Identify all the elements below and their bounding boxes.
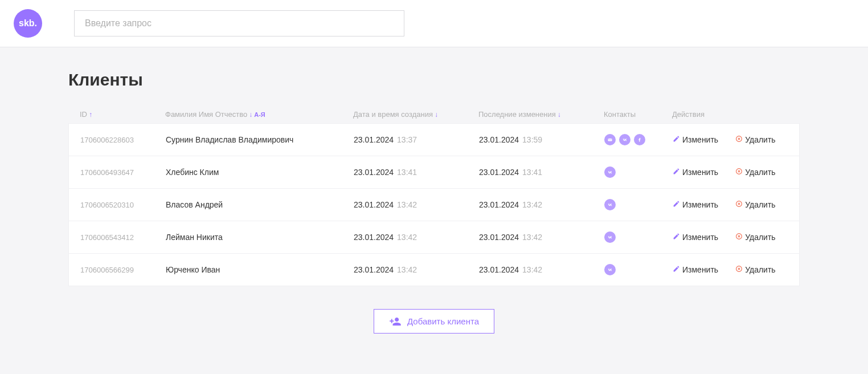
edit-button[interactable]: Изменить xyxy=(673,168,718,177)
table-body: 1706006228603 Сурнин Владислав Владимиро… xyxy=(68,123,800,286)
col-created[interactable]: Дата и время создания ↓ xyxy=(353,110,478,119)
cell-contacts xyxy=(604,134,673,145)
page-title: Клиенты xyxy=(68,70,800,90)
edit-label: Изменить xyxy=(682,200,718,209)
vk-icon[interactable] xyxy=(604,264,616,275)
cell-created: 23.01.202413:42 xyxy=(354,233,479,242)
delete-label: Удалить xyxy=(745,233,775,242)
table-row: 1706006493647 Хлебинс Клим 23.01.202413:… xyxy=(69,156,799,189)
add-client-label: Добавить клиента xyxy=(407,316,479,326)
cell-contacts xyxy=(604,166,673,178)
created-date: 23.01.2024 xyxy=(354,135,394,144)
cell-updated: 23.01.202413:42 xyxy=(479,233,604,242)
col-updated[interactable]: Последние изменения ↓ xyxy=(478,110,604,119)
table-header: ID ↑ Фамилия Имя Отчество ↓ А-Я Дата и в… xyxy=(68,105,800,123)
delete-button[interactable]: Удалить xyxy=(735,265,775,274)
col-id-label: ID xyxy=(80,110,87,119)
created-time: 13:42 xyxy=(397,265,417,274)
add-client-button[interactable]: Добавить клиента xyxy=(374,309,494,334)
delete-button[interactable]: Удалить xyxy=(735,135,775,144)
col-fio[interactable]: Фамилия Имя Отчество ↓ А-Я xyxy=(165,110,353,119)
cell-id: 1706006566299 xyxy=(80,266,166,274)
edit-button[interactable]: Изменить xyxy=(673,200,718,209)
updated-date: 23.01.2024 xyxy=(479,233,519,242)
created-date: 23.01.2024 xyxy=(354,168,394,177)
sort-down-icon: ↓ xyxy=(435,111,438,119)
col-id[interactable]: ID ↑ xyxy=(80,110,165,119)
col-updated-label: Последние изменения xyxy=(478,110,556,119)
delete-button[interactable]: Удалить xyxy=(735,168,775,177)
delete-label: Удалить xyxy=(745,200,775,209)
add-user-icon xyxy=(389,317,402,326)
updated-time: 13:41 xyxy=(522,168,542,177)
updated-date: 23.01.2024 xyxy=(479,265,519,274)
updated-time: 13:42 xyxy=(522,265,542,274)
table-row: 1706006566299 Юрченко Иван 23.01.202413:… xyxy=(69,254,799,286)
col-contacts: Контакты xyxy=(604,110,672,119)
fb-icon[interactable] xyxy=(634,134,645,145)
edit-label: Изменить xyxy=(682,135,718,144)
cell-name: Юрченко Иван xyxy=(166,265,354,274)
cancel-icon xyxy=(735,265,743,274)
vk-icon[interactable] xyxy=(604,231,616,243)
col-created-label: Дата и время создания xyxy=(353,110,433,119)
col-actions: Действия xyxy=(672,110,809,119)
created-time: 13:37 xyxy=(397,135,417,144)
updated-date: 23.01.2024 xyxy=(479,168,519,177)
cell-actions: Изменить Удалить xyxy=(673,168,809,177)
created-date: 23.01.2024 xyxy=(354,200,394,209)
vk-icon[interactable] xyxy=(604,166,616,178)
vk-icon[interactable] xyxy=(604,199,616,210)
cell-actions: Изменить Удалить xyxy=(673,233,809,242)
delete-label: Удалить xyxy=(745,135,775,144)
cell-actions: Изменить Удалить xyxy=(673,265,809,274)
created-date: 23.01.2024 xyxy=(354,265,394,274)
edit-button[interactable]: Изменить xyxy=(673,135,718,144)
cell-created: 23.01.202413:42 xyxy=(354,265,479,274)
cell-id: 1706006543412 xyxy=(80,233,166,242)
sort-down-icon: ↓ xyxy=(249,111,252,119)
cell-created: 23.01.202413:42 xyxy=(354,200,479,209)
mail-icon[interactable] xyxy=(604,134,616,145)
edit-label: Изменить xyxy=(682,265,718,274)
cell-name: Сурнин Владислав Владимирович xyxy=(166,135,354,144)
vk-icon[interactable] xyxy=(619,134,630,145)
cell-updated: 23.01.202413:41 xyxy=(479,168,604,177)
delete-button[interactable]: Удалить xyxy=(735,200,775,209)
cell-contacts xyxy=(604,231,673,243)
col-contacts-label: Контакты xyxy=(604,110,636,119)
edit-label: Изменить xyxy=(682,168,718,177)
search-input[interactable] xyxy=(74,10,404,36)
cell-id: 1706006520310 xyxy=(80,201,166,209)
pencil-icon xyxy=(673,168,680,177)
cell-updated: 23.01.202413:42 xyxy=(479,265,604,274)
updated-time: 13:42 xyxy=(522,200,542,209)
cell-id: 1706006493647 xyxy=(80,168,166,177)
cell-name: Власов Андрей xyxy=(166,200,354,209)
cell-contacts xyxy=(604,199,673,210)
clients-table: ID ↑ Фамилия Имя Отчество ↓ А-Я Дата и в… xyxy=(68,105,800,286)
table-row: 1706006228603 Сурнин Владислав Владимиро… xyxy=(69,124,799,156)
sort-up-icon: ↑ xyxy=(89,111,92,119)
updated-date: 23.01.2024 xyxy=(479,135,519,144)
cancel-icon xyxy=(735,233,743,242)
cell-contacts xyxy=(604,264,673,275)
cell-created: 23.01.202413:37 xyxy=(354,135,479,144)
delete-label: Удалить xyxy=(745,265,775,274)
col-actions-label: Действия xyxy=(672,110,705,119)
pencil-icon xyxy=(673,200,680,209)
logo: skb. xyxy=(14,9,42,38)
delete-button[interactable]: Удалить xyxy=(735,233,775,242)
delete-label: Удалить xyxy=(745,168,775,177)
table-row: 1706006520310 Власов Андрей 23.01.202413… xyxy=(69,189,799,221)
edit-button[interactable]: Изменить xyxy=(673,265,718,274)
updated-date: 23.01.2024 xyxy=(479,200,519,209)
cell-name: Лейман Никита xyxy=(166,233,354,242)
cell-name: Хлебинс Клим xyxy=(166,168,354,177)
cell-updated: 23.01.202413:59 xyxy=(479,135,604,144)
sort-down-icon: ↓ xyxy=(558,111,561,119)
edit-button[interactable]: Изменить xyxy=(673,233,718,242)
pencil-icon xyxy=(673,265,680,274)
cancel-icon xyxy=(735,135,743,144)
pencil-icon xyxy=(673,135,680,144)
